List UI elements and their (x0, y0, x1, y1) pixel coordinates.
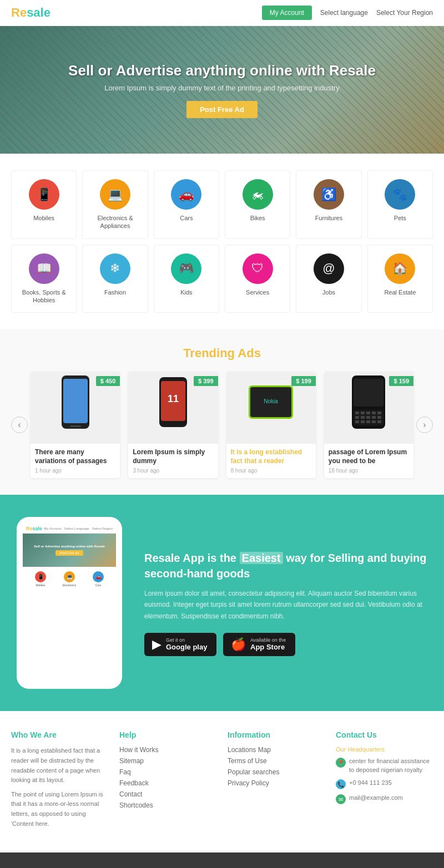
category-icon: ❄ (100, 253, 130, 284)
info-link[interactable]: Popular searches (228, 768, 325, 776)
mockup-cat-label: Mobiles (36, 583, 45, 587)
trend-time: 8 hour ago (231, 468, 311, 474)
phone-icon: 📞 (336, 779, 346, 789)
google-play-button[interactable]: ▶ Get it on Google play (144, 633, 216, 656)
header: Resale My Account Select language Select… (0, 0, 444, 26)
trend-title: It is a long established fact that a rea… (231, 448, 311, 465)
app-store-small: Available on the (250, 637, 286, 643)
google-play-big: Google play (166, 643, 207, 651)
google-play-small: Get it on (166, 637, 207, 643)
category-icon: 🏠 (385, 253, 415, 284)
svg-rect-19 (366, 416, 370, 419)
category-item[interactable]: 💻 Electronics & Appliances (82, 170, 148, 239)
email-icon: ✉ (336, 794, 346, 804)
category-label: Furnitures (315, 214, 343, 222)
trending-carousel: ‹ $ 450 There are many variations of pas… (11, 372, 433, 478)
info-link[interactable]: Privacy Policy (228, 779, 325, 787)
trend-image: $ 450 (31, 372, 120, 444)
hero-subtitle: Lorem Ipsum is simply dummy text of the … (68, 84, 376, 92)
category-label: Services (246, 288, 269, 296)
select-language-link[interactable]: Select language (320, 9, 368, 17)
category-item[interactable]: 📱 Mobiles (11, 170, 77, 239)
category-item[interactable]: ♿ Furnitures (296, 170, 361, 239)
category-icon: 🚗 (171, 179, 201, 210)
trending-card[interactable]: $ 399 11 Lorem Ipsum is simply dummy 3 h… (128, 372, 218, 478)
trending-section: Trending Ads ‹ $ 450 There are many vari… (0, 329, 444, 495)
category-item[interactable]: ❄ Fashion (82, 245, 148, 313)
price-badge: $ 399 (194, 376, 218, 386)
trend-time: 1 hour ago (35, 468, 115, 474)
footer-help-links: How it WorksSitemapFaqFeedbackContactSho… (119, 746, 216, 809)
help-link[interactable]: Contact (119, 790, 216, 798)
category-item[interactable]: 🎮 Kids (154, 245, 219, 313)
trend-image: $ 399 11 (128, 372, 218, 444)
select-region-link[interactable]: Select Your Region (376, 9, 433, 17)
category-item[interactable]: 🐾 Pets (367, 170, 433, 239)
trending-card[interactable]: $ 159 passage of Lorem Ipsum you need to… (324, 372, 413, 478)
category-icon: @ (314, 253, 344, 284)
categories-section: 📱 Mobiles 💻 Electronics & Appliances 🚗 C… (0, 154, 444, 329)
help-link[interactable]: How it Works (119, 746, 216, 754)
hero-section: Sell or Advertise anything online with R… (0, 26, 444, 154)
svg-text:11: 11 (168, 393, 179, 404)
footer-address-text: center for financial assistance to depos… (349, 757, 433, 774)
category-item[interactable]: 📖 Books, Sports & Hobbies (11, 245, 77, 313)
category-icon: 🛡 (243, 253, 273, 284)
category-item[interactable]: 🏍 Bikes (225, 170, 290, 239)
category-icon: 🐾 (385, 179, 415, 210)
info-link[interactable]: Terms of Use (228, 757, 325, 765)
google-play-text: Get it on Google play (166, 637, 207, 651)
app-description: Lorem ipsum dolor sit amet, consectetur … (144, 588, 427, 622)
mockup-cat-icon: 💻 (64, 571, 75, 582)
category-icon: 🎮 (171, 253, 201, 284)
category-label: Pets (394, 214, 406, 222)
help-link[interactable]: Feedback (119, 779, 216, 787)
svg-rect-25 (372, 420, 376, 423)
carousel-prev-button[interactable]: ‹ (11, 417, 28, 433)
category-item[interactable]: 🛡 Services (225, 245, 290, 313)
my-account-button[interactable]: My Account (262, 6, 312, 20)
category-label: Fashion (104, 288, 126, 296)
footer-email: ✉ mail@example.com (336, 794, 433, 804)
category-label: Electronics & Appliances (85, 214, 144, 230)
trend-time: 18 hour ago (329, 468, 409, 474)
svg-rect-13 (361, 412, 365, 414)
trend-time: 3 hour ago (133, 468, 213, 474)
footer-contact-title: Contact Us (336, 730, 433, 739)
trend-body: It is a long established fact that a rea… (226, 444, 316, 478)
price-badge: $ 450 (96, 376, 120, 386)
category-item[interactable]: 🏠 Real Estate (367, 245, 433, 313)
footer-contact: Contact Us Our Headquarters 📍 center for… (336, 730, 433, 833)
post-free-ad-button[interactable]: Post Free Ad (186, 101, 258, 118)
google-play-icon: ▶ (152, 637, 162, 652)
category-label: Mobiles (33, 214, 54, 222)
app-store-button[interactable]: 🍎 Available on the App Store (223, 633, 295, 656)
trend-body: passage of Lorem Ipsum you need to be 18… (324, 444, 413, 478)
help-link[interactable]: Faq (119, 768, 216, 776)
svg-rect-12 (355, 412, 359, 414)
footer-phone: 📞 +0 944 111 235 (336, 779, 433, 789)
trending-title: Trending Ads (11, 346, 433, 361)
info-link[interactable]: Locations Map (228, 746, 325, 754)
mockup-cat-icon: 🚗 (93, 571, 104, 582)
help-link[interactable]: Sitemap (119, 757, 216, 765)
mockup-cat-item: 💻 Electronics (56, 571, 83, 587)
trending-card[interactable]: $ 450 There are many variations of passa… (31, 372, 120, 478)
trending-card[interactable]: $ 199 Nokia It is a long established fac… (226, 372, 316, 478)
category-item[interactable]: 🚗 Cars (154, 170, 219, 239)
footer-bottom: Resale ft⟳♥★ Copyright © 2016 Company na… (0, 852, 444, 868)
footer-info-links: Locations MapTerms of UsePopular searche… (228, 746, 325, 787)
svg-rect-21 (377, 416, 381, 419)
categories-grid: 📱 Mobiles 💻 Electronics & Appliances 🚗 C… (11, 170, 433, 313)
trend-image: $ 159 (324, 372, 413, 444)
footer-who-text2: The point of using Lorem Ipsum is that i… (11, 790, 108, 829)
mockup-logo-re: Re (26, 526, 33, 531)
help-link[interactable]: Shortcodes (119, 801, 216, 809)
carousel-next-button[interactable]: › (416, 417, 433, 433)
svg-rect-20 (372, 416, 376, 419)
app-buttons: ▶ Get it on Google play 🍎 Available on t… (144, 633, 427, 656)
svg-rect-26 (377, 420, 381, 423)
mockup-header-links: My Account Select Language Select Region (44, 527, 113, 530)
category-item[interactable]: @ Jobs (296, 245, 361, 313)
apple-icon: 🍎 (231, 637, 246, 652)
